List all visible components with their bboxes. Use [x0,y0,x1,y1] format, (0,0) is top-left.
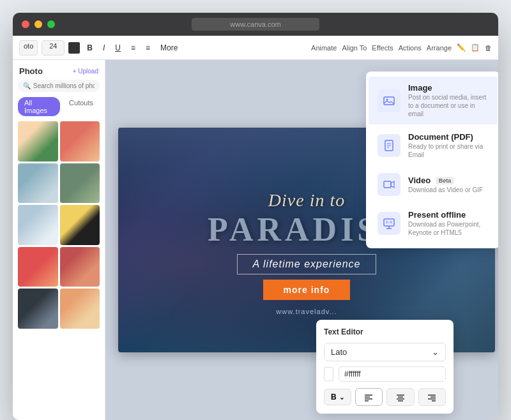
photo-thumb-3[interactable] [18,163,58,204]
svg-point-1 [386,98,388,100]
photo-thumb-1[interactable] [18,121,58,161]
photo-thumb-10[interactable] [60,289,100,329]
image-option-title: Image [408,83,489,93]
document-icon [378,134,400,157]
image-icon [378,89,400,112]
beta-badge: Beta [436,177,455,184]
present-option-title: Present offline [408,210,489,220]
list1-button[interactable]: ≡ [128,42,139,54]
font-size-select[interactable]: 24 [42,40,65,56]
color-preview-swatch[interactable] [324,367,333,381]
maximize-window-button[interactable] [47,20,55,28]
font-dropdown[interactable]: Lato ⌄ [324,343,446,361]
canvas-area[interactable]: Dive in to PARADISE A lifetime experienc… [105,60,498,420]
bold-button[interactable]: B [84,42,96,54]
photo-sidebar: Photo + Upload 🔍 All Images Cutouts [13,60,105,420]
align-right-button[interactable] [418,388,446,406]
lifetime-box[interactable]: A lifetime experience [237,254,377,274]
photo-thumb-6[interactable] [60,205,100,245]
format-row: B ⌄ [324,388,446,406]
video-option-info: Video Beta Download as Video or GIF [408,176,489,194]
website-text: www.traveladv... [276,308,337,315]
video-option-title: Video Beta [408,176,489,185]
bold-chevron-icon: ⌄ [339,394,344,401]
svg-rect-10 [386,221,388,223]
dropdown-chevron-icon: ⌄ [432,347,439,357]
present-option-info: Present offline Download as Powerpoint, … [408,210,489,237]
download-document-option[interactable]: Document (PDF) Ready to print or share v… [369,126,498,165]
effects-button[interactable]: Effects [372,44,393,52]
sidebar-title: Photo [19,66,43,76]
align-left-button[interactable] [355,388,383,406]
arrange-button[interactable]: Arrange [427,44,452,52]
photo-thumb-9[interactable] [18,289,58,329]
copy-icon[interactable]: 📋 [471,43,480,52]
search-icon: 🔍 [23,82,31,89]
download-options-panel: Image Post on social media, insert to a … [366,71,498,248]
italic-button[interactable]: I [100,42,108,54]
svg-rect-6 [384,181,391,188]
lifetime-text: A lifetime experience [253,259,361,269]
main-toolbar: oto 24 B I U ≡ ≡ More Animate Align To E… [13,36,498,60]
photo-thumb-8[interactable] [60,247,100,287]
upload-button[interactable]: + Upload [73,68,98,75]
photo-thumb-5[interactable] [18,205,58,245]
download-video-option[interactable]: Video Beta Download as Video or GIF [369,167,498,202]
font-name-label: Lato [331,347,347,357]
bold-format-button[interactable]: B ⌄ [324,389,351,405]
bold-label: B [331,393,337,401]
pen-icon[interactable]: ✏️ [457,43,466,52]
text-editor-title: Text Editor [324,327,446,336]
svg-rect-0 [384,97,394,105]
video-icon [378,173,400,196]
trash-icon[interactable]: 🗑 [485,44,492,52]
search-input[interactable] [33,82,95,89]
app-window: www.canva.com oto 24 B I U ≡ ≡ More Anim… [13,13,498,420]
align-to-button[interactable]: Align To [342,44,367,52]
tab-all-images[interactable]: All Images [18,97,60,116]
search-box[interactable]: 🔍 [18,80,100,92]
sidebar-header: Photo + Upload [13,60,105,80]
svg-rect-7 [384,219,394,226]
tab-cutouts[interactable]: Cutouts [63,97,100,116]
sidebar-tabs: All Images Cutouts [13,97,105,116]
dive-text[interactable]: Dive in to [268,190,345,211]
photo-thumb-2[interactable] [60,121,100,161]
align-center-button[interactable] [386,388,414,406]
photo-thumb-4[interactable] [60,163,100,204]
download-present-option[interactable]: Present offline Download as Powerpoint, … [369,204,498,243]
present-icon [378,212,400,235]
url-text: www.canva.com [230,20,280,28]
photo-grid [13,121,105,329]
titlebar: www.canva.com [13,13,498,36]
more-info-button[interactable]: more info [263,280,351,300]
color-swatch[interactable] [68,42,80,54]
download-image-option[interactable]: Image Post on social media, insert to a … [369,77,498,124]
main-area: Photo + Upload 🔍 All Images Cutouts [13,60,498,420]
font-name-select[interactable]: oto [19,40,38,56]
underline-button[interactable]: U [112,42,124,54]
image-option-info: Image Post on social media, insert to a … [408,83,489,118]
photo-thumb-7[interactable] [18,247,58,287]
video-option-desc: Download as Video or GIF [408,186,489,194]
close-window-button[interactable] [22,20,29,28]
list2-button[interactable]: ≡ [142,42,153,54]
more-button[interactable]: More [157,42,181,54]
url-bar[interactable]: www.canva.com [192,18,319,31]
document-option-desc: Ready to print or share via Email [408,142,489,159]
present-option-desc: Download as Powerpoint, Keynote or HTML5 [408,220,489,237]
minimize-window-button[interactable] [34,20,42,28]
document-option-title: Document (PDF) [408,132,489,142]
image-option-desc: Post on social media, insert to a docume… [408,93,489,118]
hex-color-input[interactable] [339,366,446,382]
align-right-icon [427,392,436,402]
svg-rect-11 [390,221,392,223]
actions-button[interactable]: Actions [399,44,422,52]
align-center-icon [396,392,405,402]
animate-button[interactable]: Animate [311,44,337,52]
toolbar-right: Animate Align To Effects Actions Arrange… [311,43,492,52]
align-left-icon [364,392,373,402]
text-editor-panel: Text Editor Lato ⌄ B ⌄ [316,320,454,414]
document-option-info: Document (PDF) Ready to print or share v… [408,132,489,159]
color-row [324,366,446,382]
